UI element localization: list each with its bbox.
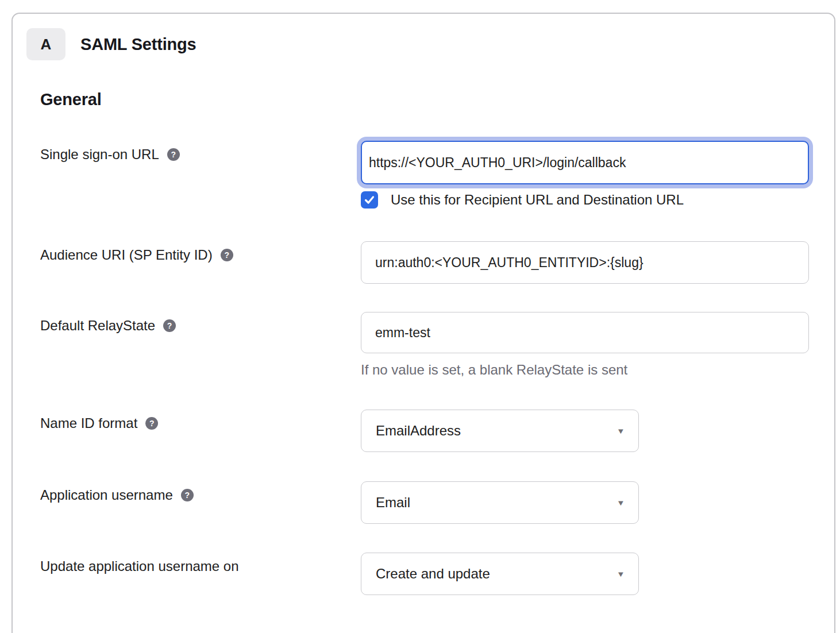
single-sign-on-url-input[interactable] bbox=[361, 141, 809, 184]
chevron-down-icon: ▼ bbox=[616, 499, 625, 507]
field-row-application-username: Application username ? Email ▼ bbox=[40, 481, 809, 524]
recipient-url-checkbox[interactable] bbox=[361, 191, 378, 209]
default-relaystate-control: If no value is set, a blank RelayState i… bbox=[361, 312, 809, 378]
name-id-format-control: EmailAddress ▼ bbox=[361, 410, 809, 452]
help-icon[interactable]: ? bbox=[167, 148, 180, 161]
name-id-format-label: Name ID format bbox=[40, 415, 137, 431]
default-relaystate-input[interactable] bbox=[361, 312, 809, 353]
update-application-username-control: Create and update ▼ bbox=[361, 553, 809, 595]
update-application-username-selected-value: Create and update bbox=[376, 566, 490, 582]
help-icon[interactable]: ? bbox=[181, 489, 194, 501]
field-row-update-application-username: Update application username on Create an… bbox=[40, 553, 809, 595]
audience-uri-control bbox=[361, 241, 809, 284]
help-icon[interactable]: ? bbox=[163, 319, 176, 332]
panel-header: A SAML Settings bbox=[26, 28, 809, 60]
audience-uri-label: Audience URI (SP Entity ID) bbox=[40, 247, 213, 263]
application-username-control: Email ▼ bbox=[361, 481, 809, 524]
application-username-select[interactable]: Email ▼ bbox=[361, 481, 639, 524]
relaystate-helper-text: If no value is set, a blank RelayState i… bbox=[361, 362, 809, 378]
recipient-url-checkbox-label: Use this for Recipient URL and Destinati… bbox=[391, 192, 684, 208]
default-relaystate-label-group: Default RelayState ? bbox=[40, 312, 361, 334]
page-title: SAML Settings bbox=[80, 35, 196, 54]
audience-uri-label-group: Audience URI (SP Entity ID) ? bbox=[40, 241, 361, 263]
update-application-username-select[interactable]: Create and update ▼ bbox=[361, 553, 639, 595]
application-username-label-group: Application username ? bbox=[40, 481, 361, 503]
field-row-name-id-format: Name ID format ? EmailAddress ▼ bbox=[40, 410, 809, 452]
application-username-label: Application username bbox=[40, 487, 173, 503]
audience-uri-input[interactable] bbox=[361, 241, 809, 284]
update-application-username-label: Update application username on bbox=[40, 558, 239, 574]
name-id-format-selected-value: EmailAddress bbox=[376, 423, 461, 439]
name-id-format-label-group: Name ID format ? bbox=[40, 410, 361, 431]
field-row-default-relaystate: Default RelayState ? If no value is set,… bbox=[40, 312, 809, 378]
section-heading-general: General bbox=[40, 91, 809, 108]
application-username-selected-value: Email bbox=[376, 495, 410, 511]
recipient-url-checkbox-row: Use this for Recipient URL and Destinati… bbox=[361, 191, 809, 209]
default-relaystate-label: Default RelayState bbox=[40, 318, 155, 334]
update-application-username-label-group: Update application username on bbox=[40, 553, 361, 574]
single-sign-on-url-label-group: Single sign-on URL ? bbox=[40, 141, 361, 163]
single-sign-on-url-control: Use this for Recipient URL and Destinati… bbox=[361, 141, 809, 209]
field-row-single-sign-on-url: Single sign-on URL ? Use this for Recipi… bbox=[40, 141, 809, 209]
single-sign-on-url-label: Single sign-on URL bbox=[40, 146, 159, 163]
help-icon[interactable]: ? bbox=[145, 417, 158, 430]
help-icon[interactable]: ? bbox=[221, 249, 233, 261]
chevron-down-icon: ▼ bbox=[616, 427, 625, 435]
saml-settings-panel: A SAML Settings General Single sign-on U… bbox=[11, 13, 835, 633]
checkmark-icon bbox=[363, 194, 376, 206]
chevron-down-icon: ▼ bbox=[616, 570, 625, 578]
step-a-badge: A bbox=[26, 28, 65, 60]
name-id-format-select[interactable]: EmailAddress ▼ bbox=[361, 410, 639, 452]
field-row-audience-uri: Audience URI (SP Entity ID) ? bbox=[40, 241, 809, 284]
